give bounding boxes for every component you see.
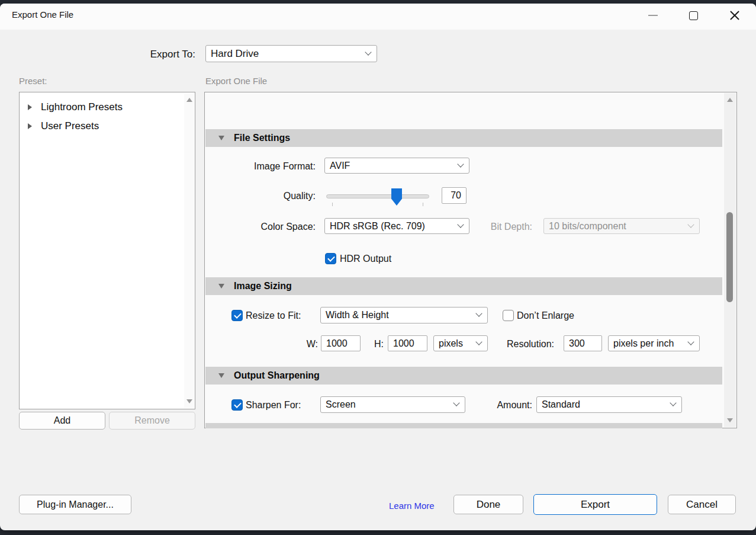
chevron-down-icon xyxy=(475,338,482,345)
chevron-down-icon xyxy=(687,221,694,228)
sharpen-for-label: Sharpen For: xyxy=(246,400,301,411)
cancel-button[interactable]: Cancel xyxy=(668,495,736,514)
section-output-sharpening[interactable]: Output Sharpening xyxy=(205,367,722,385)
slider-tick xyxy=(423,203,423,206)
section-file-settings[interactable]: File Settings xyxy=(205,129,722,147)
hdr-output-label: HDR Output xyxy=(340,254,391,264)
sharpen-for-select[interactable]: Screen xyxy=(320,396,465,413)
width-label: W: xyxy=(297,339,318,350)
close-icon xyxy=(729,10,740,21)
quality-slider-thumb[interactable] xyxy=(391,188,402,206)
learn-more-link[interactable]: Learn More xyxy=(389,501,435,511)
height-label: H: xyxy=(365,339,384,350)
minimize-button[interactable] xyxy=(639,4,667,27)
resolution-field[interactable]: 300 xyxy=(564,335,602,351)
resize-mode-value: Width & Height xyxy=(326,310,389,321)
preset-item-label: Lightroom Presets xyxy=(41,101,123,113)
resolution-label: Resolution: xyxy=(501,339,554,350)
amount-value: Standard xyxy=(542,399,580,410)
expand-arrow-icon[interactable] xyxy=(28,123,32,129)
quality-slider-track[interactable] xyxy=(326,194,429,198)
collapse-triangle-icon[interactable] xyxy=(218,373,224,378)
image-format-value: AVIF xyxy=(330,161,350,171)
section-next-partial xyxy=(205,423,722,428)
quality-label: Quality: xyxy=(209,191,316,201)
export-dialog: Export One File Export To: Hard Drive Pr… xyxy=(0,4,756,530)
sharpen-for-value: Screen xyxy=(326,399,356,410)
scroll-down-icon[interactable] xyxy=(727,418,733,422)
color-space-label: Color Space: xyxy=(209,222,316,232)
quality-value-field[interactable]: 70 xyxy=(442,187,467,204)
scrollbar-thumb[interactable] xyxy=(726,212,733,302)
titlebar: Export One File xyxy=(0,4,756,30)
preset-label: Preset: xyxy=(19,76,47,86)
height-field[interactable]: 1000 xyxy=(388,335,427,351)
dont-enlarge-checkbox[interactable] xyxy=(503,310,514,321)
preset-item-label: User Presets xyxy=(41,120,99,132)
preset-scrollbar[interactable] xyxy=(184,93,194,408)
sharpen-for-checkbox[interactable] xyxy=(231,399,243,411)
chevron-down-icon xyxy=(453,399,459,406)
section-title: File Settings xyxy=(234,133,290,143)
resize-to-fit-checkbox[interactable] xyxy=(231,310,243,321)
export-to-value: Hard Drive xyxy=(211,48,259,60)
section-title: Output Sharpening xyxy=(234,370,320,381)
export-button[interactable]: Export xyxy=(533,494,657,515)
export-settings-panel: File Settings Image Format: AVIF Quality… xyxy=(204,92,737,428)
amount-select[interactable]: Standard xyxy=(536,396,682,413)
minimize-icon xyxy=(648,15,658,16)
export-to-select[interactable]: Hard Drive xyxy=(205,45,377,62)
image-format-label: Image Format: xyxy=(209,161,316,172)
scroll-up-icon[interactable] xyxy=(727,98,733,102)
panel-scrollbar[interactable] xyxy=(724,93,736,427)
add-button[interactable]: Add xyxy=(19,412,105,430)
bit-depth-label: Bit Depth: xyxy=(453,222,532,232)
chevron-down-icon xyxy=(475,310,482,316)
color-space-select[interactable]: HDR sRGB (Rec. 709) xyxy=(324,218,469,234)
collapse-triangle-icon[interactable] xyxy=(218,136,224,140)
size-units-value: pixels xyxy=(439,338,463,349)
bit-depth-select: 10 bits/component xyxy=(543,218,700,234)
plugin-manager-button[interactable]: Plug-in Manager... xyxy=(19,495,131,514)
hdr-output-checkbox[interactable] xyxy=(325,253,336,264)
collapse-triangle-icon[interactable] xyxy=(218,284,224,289)
export-to-label: Export To: xyxy=(77,49,195,60)
preset-list: Lightroom Presets User Presets xyxy=(19,92,195,409)
resize-mode-select[interactable]: Width & Height xyxy=(320,307,488,323)
chevron-down-icon xyxy=(365,49,371,55)
scroll-up-icon[interactable] xyxy=(186,98,192,102)
section-image-sizing[interactable]: Image Sizing xyxy=(205,277,722,295)
resolution-units-value: pixels per inch xyxy=(613,338,674,349)
image-format-select[interactable]: AVIF xyxy=(324,158,469,174)
scroll-down-icon[interactable] xyxy=(186,399,192,403)
main-panel-title: Export One File xyxy=(205,76,267,86)
dont-enlarge-label: Don’t Enlarge xyxy=(517,310,574,321)
chevron-down-icon xyxy=(687,338,694,345)
chevron-down-icon xyxy=(457,161,464,167)
resize-to-fit-label: Resize to Fit: xyxy=(246,310,301,321)
size-units-select[interactable]: pixels xyxy=(433,335,488,351)
close-button[interactable] xyxy=(721,4,748,27)
color-space-value: HDR sRGB (Rec. 709) xyxy=(330,221,425,232)
slider-tick xyxy=(332,203,333,206)
chevron-down-icon xyxy=(670,399,676,406)
window-title: Export One File xyxy=(12,9,73,20)
bit-depth-value: 10 bits/component xyxy=(549,221,626,232)
preset-item-lightroom[interactable]: Lightroom Presets xyxy=(20,98,195,116)
maximize-button[interactable] xyxy=(680,4,707,27)
amount-label: Amount: xyxy=(489,400,532,411)
remove-button[interactable]: Remove xyxy=(109,412,195,430)
preset-item-user[interactable]: User Presets xyxy=(20,117,195,135)
maximize-icon xyxy=(689,11,698,20)
width-field[interactable]: 1000 xyxy=(321,335,361,351)
done-button[interactable]: Done xyxy=(453,495,523,514)
section-title: Image Sizing xyxy=(234,281,292,291)
resolution-units-select[interactable]: pixels per inch xyxy=(608,335,700,351)
expand-arrow-icon[interactable] xyxy=(28,104,32,110)
